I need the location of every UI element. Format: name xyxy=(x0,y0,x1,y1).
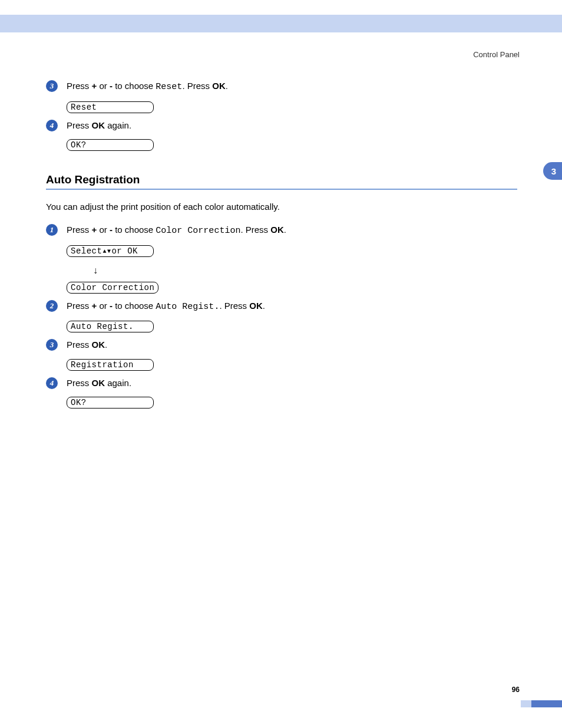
section-heading-auto-registration: Auto Registration xyxy=(46,173,517,186)
text: . xyxy=(284,225,286,235)
text: to choose xyxy=(113,81,156,91)
step-text: Press OK again. xyxy=(67,119,131,133)
text: again. xyxy=(105,378,131,388)
lcd-display-auto-regist: Auto Regist. xyxy=(67,321,154,332)
step-row: 2 Press + or - to choose Auto Regist.. P… xyxy=(46,299,517,314)
menu-option-auto-regist: Auto Regist. xyxy=(156,302,219,312)
chapter-tab: 3 xyxy=(543,162,562,180)
text: Press xyxy=(67,225,92,235)
lcd-display-ok-confirm: OK? xyxy=(67,397,154,409)
text: Press xyxy=(185,81,213,91)
text: . xyxy=(226,81,228,91)
step-row: 3 Press OK. xyxy=(46,338,517,352)
page-header-title: Control Panel xyxy=(473,50,520,59)
step-row: 4 Press OK again. xyxy=(46,119,517,133)
key-plus: + xyxy=(92,81,97,91)
footer-accent-light xyxy=(521,700,531,707)
step-text: Press OK again. xyxy=(67,377,131,390)
key-plus: + xyxy=(92,225,97,235)
text: to choose xyxy=(113,301,156,311)
step-row: 3 Press + or - to choose Reset. Press OK… xyxy=(46,80,517,94)
lcd-display-reset: Reset xyxy=(67,101,154,113)
step-badge-3: 3 xyxy=(46,80,58,92)
lcd-display-registration: Registration xyxy=(67,359,154,371)
step-text: Press + or - to choose Auto Regist.. Pre… xyxy=(67,299,265,314)
step-text: Press + or - to choose Reset. Press OK. xyxy=(67,80,228,94)
step-row: 4 Press OK again. xyxy=(46,377,517,390)
step-text: Press OK. xyxy=(67,338,107,352)
lcd-text: Select xyxy=(71,246,102,256)
text: or xyxy=(97,81,110,91)
footer-accent xyxy=(531,700,562,707)
text: to choose xyxy=(113,225,156,235)
key-ok: OK xyxy=(249,301,263,311)
top-accent-bar xyxy=(0,15,562,32)
text: . xyxy=(105,340,107,350)
text: or xyxy=(97,301,110,311)
key-ok: OK xyxy=(270,225,284,235)
text: Press xyxy=(243,225,271,235)
step-badge-2: 2 xyxy=(46,300,58,312)
text: Press xyxy=(67,120,92,130)
page-content: 3 Press + or - to choose Reset. Press OK… xyxy=(46,80,517,414)
step-badge-1: 1 xyxy=(46,224,58,236)
step-badge-4: 4 xyxy=(46,120,58,131)
triangle-up-icon: ▲ xyxy=(103,246,107,256)
text: Press xyxy=(222,301,250,311)
triangle-down-icon: ▼ xyxy=(107,246,111,256)
key-plus: + xyxy=(92,301,97,311)
menu-option-reset: Reset xyxy=(156,82,182,92)
page-number: 96 xyxy=(512,686,520,694)
lcd-display-ok-confirm: OK? xyxy=(67,139,154,151)
text: Press xyxy=(67,301,92,311)
key-ok: OK xyxy=(92,378,105,388)
section-divider xyxy=(46,189,517,190)
step-badge-4: 4 xyxy=(46,377,58,389)
text: again. xyxy=(105,120,131,130)
step-row: 1 Press + or - to choose Color Correctio… xyxy=(46,223,517,238)
section-intro-text: You can adjust the print position of eac… xyxy=(46,202,517,212)
key-ok: OK xyxy=(92,120,105,130)
text: Press xyxy=(67,81,92,91)
text: or xyxy=(97,225,110,235)
text: Press xyxy=(67,340,92,350)
menu-option-color-correction: Color Correction xyxy=(156,226,240,236)
text: . xyxy=(263,301,265,311)
arrow-down-icon: ↓ xyxy=(93,264,517,277)
lcd-display-select: Select ▲▼ or OK xyxy=(67,245,154,257)
lcd-text: or OK xyxy=(111,246,138,256)
key-ok: OK xyxy=(92,340,105,350)
step-text: Press + or - to choose Color Correction.… xyxy=(67,223,286,238)
step-badge-3: 3 xyxy=(46,339,58,351)
text: Press xyxy=(67,378,92,388)
key-ok: OK xyxy=(212,81,226,91)
lcd-display-color-correction: Color Correction xyxy=(67,282,158,294)
